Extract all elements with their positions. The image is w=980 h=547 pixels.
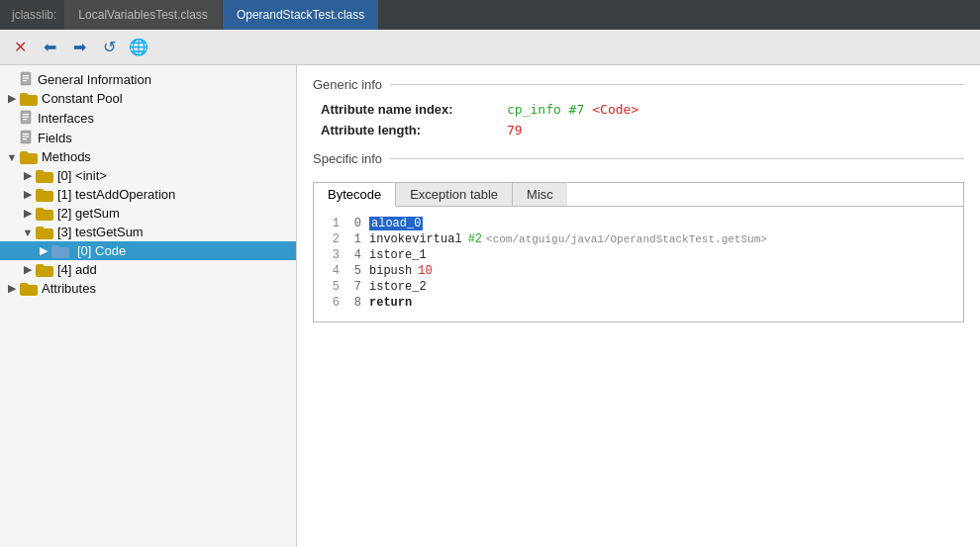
svg-rect-11 <box>23 138 27 139</box>
folder-icon-methods-1 <box>36 188 53 202</box>
bc-op-istore1: istore_1 <box>369 248 427 262</box>
svg-rect-10 <box>23 137 29 137</box>
general-info-label: General Information <box>38 72 151 87</box>
interfaces-label: Interfaces <box>38 111 94 126</box>
folder-icon-attributes <box>20 282 38 296</box>
sidebar-item-interfaces[interactable]: Interfaces <box>0 108 296 128</box>
bc-op-return: return <box>369 296 412 310</box>
svg-rect-6 <box>23 117 29 118</box>
bc-line-2: 2 <box>322 232 340 246</box>
bytecode-row-2: 3 4 istore_1 <box>322 248 955 262</box>
expand-icon-constant-pool: ▶ <box>4 92 20 105</box>
svg-rect-3 <box>23 80 27 81</box>
sidebar-item-methods-4[interactable]: ▶ [4] add <box>0 260 296 279</box>
svg-rect-1 <box>23 75 29 76</box>
folder-icon-methods-2 <box>36 207 53 221</box>
expand-icon-methods: ▼ <box>4 151 20 163</box>
attribute-name-index-value-red: <Code> <box>592 102 638 117</box>
bc-offset-0: 0 <box>345 217 361 230</box>
sidebar-item-methods-3[interactable]: ▼ [3] testGetSum <box>0 223 296 241</box>
methods-0-label: [0] <init> <box>57 168 107 183</box>
expand-icon-methods-0: ▶ <box>20 169 36 182</box>
bc-arg-invokevirtual-ref: #2 <box>468 232 482 246</box>
bc-op-aload0: aload_0 <box>369 217 423 230</box>
bytecode-row-3: 4 5 bipush 10 <box>322 264 955 278</box>
globe-button[interactable]: 🌐 <box>127 36 150 59</box>
bc-line-3: 3 <box>322 248 340 262</box>
attribute-length-row: Attribute length: 79 <box>313 123 964 137</box>
bc-offset-8: 8 <box>345 296 361 310</box>
tab-operand[interactable]: OperandStackTest.class <box>223 0 379 30</box>
bc-line-4: 4 <box>322 264 340 278</box>
bc-offset-1: 1 <box>345 232 361 246</box>
tab-bytecode[interactable]: Bytecode <box>314 183 396 207</box>
attribute-length-label: Attribute length: <box>321 123 499 137</box>
specific-info-title: Specific info <box>313 151 382 166</box>
app-label: jclasslib: <box>4 8 64 22</box>
file-icon-interfaces <box>20 110 34 126</box>
sidebar-item-methods-0[interactable]: ▶ [0] <init> <box>0 166 296 185</box>
folder-icon-methods-0 <box>36 169 53 183</box>
methods-4-label: [4] add <box>57 262 97 277</box>
sidebar: General Information ▶ Constant Pool Inte… <box>0 65 297 547</box>
sidebar-item-methods-1[interactable]: ▶ [1] testAddOperation <box>0 185 296 204</box>
sidebar-item-fields[interactable]: Fields <box>0 128 296 147</box>
generic-info-divider <box>390 84 964 85</box>
bc-comment-invokevirtual: <com/atguigu/java1/OperandStackTest.getS… <box>486 233 767 245</box>
sidebar-item-general-info[interactable]: General Information <box>0 69 296 89</box>
bc-line-6: 6 <box>322 296 340 310</box>
folder-icon-constant-pool <box>20 92 38 106</box>
tab-exception-table[interactable]: Exception table <box>396 183 513 206</box>
attribute-name-index-row: Attribute name index: cp_info #7 <Code> <box>313 102 964 117</box>
bc-offset-7: 7 <box>345 280 361 294</box>
back-button[interactable]: ⬅ <box>38 36 61 59</box>
attribute-name-index-value-green: cp_info #7 <box>507 102 584 117</box>
svg-rect-7 <box>23 119 27 120</box>
methods-label: Methods <box>42 149 91 164</box>
fields-label: Fields <box>38 131 72 145</box>
tab-local[interactable]: LocalVariablesTest.class <box>64 0 223 30</box>
svg-rect-9 <box>23 134 29 135</box>
main-layout: General Information ▶ Constant Pool Inte… <box>0 65 980 547</box>
expand-icon-methods-3: ▼ <box>20 227 36 238</box>
attributes-label: Attributes <box>42 281 96 296</box>
sidebar-item-methods[interactable]: ▼ Methods <box>0 147 296 166</box>
expand-icon-methods-1: ▶ <box>20 188 36 201</box>
forward-button[interactable]: ➡ <box>67 36 91 59</box>
bc-op-invokevirtual: invokevirtual <box>369 232 462 246</box>
sidebar-item-methods-2[interactable]: ▶ [2] getSum <box>0 204 296 223</box>
bc-line-5: 5 <box>322 280 340 294</box>
refresh-button[interactable]: ↺ <box>97 36 121 59</box>
tab-misc[interactable]: Misc <box>513 183 567 206</box>
methods-3-0-label: [0] Code <box>73 243 130 258</box>
bytecode-panel: 1 0 aload_0 2 1 invokevirtual #2 <com/at… <box>313 206 964 322</box>
bc-op-istore2: istore_2 <box>369 280 427 294</box>
expand-icon-methods-4: ▶ <box>20 263 36 276</box>
folder-icon-methods-4 <box>36 263 53 277</box>
specific-info-divider <box>390 158 964 159</box>
bc-line-1: 1 <box>322 217 340 230</box>
generic-info-section-header: Generic info <box>313 77 964 92</box>
generic-info-title: Generic info <box>313 77 382 92</box>
bytecode-row-5: 6 8 return <box>322 296 955 310</box>
close-button[interactable]: ✕ <box>8 36 32 59</box>
folder-icon-methods-3-0 <box>51 244 69 258</box>
svg-rect-2 <box>23 78 29 79</box>
bytecode-row-1: 2 1 invokevirtual #2 <com/atguigu/java1/… <box>322 232 955 246</box>
expand-icon-methods-2: ▶ <box>20 207 36 220</box>
expand-icon-methods-3-0: ▶ <box>36 244 51 257</box>
bc-offset-5: 5 <box>345 264 361 278</box>
folder-icon-methods-3 <box>36 226 53 239</box>
bc-offset-4: 4 <box>345 248 361 262</box>
sidebar-item-attributes[interactable]: ▶ Attributes <box>0 279 296 298</box>
content-tabs: Bytecode Exception table Misc <box>313 182 964 206</box>
attribute-name-index-label: Attribute name index: <box>321 102 499 117</box>
specific-info-section-header: Specific info <box>313 151 964 166</box>
bc-arg-bipush-10: 10 <box>418 264 432 278</box>
sidebar-item-methods-3-0[interactable]: ▶ [0] Code <box>0 241 296 260</box>
tab-bar: jclasslib: LocalVariablesTest.class Oper… <box>0 0 980 30</box>
sidebar-item-constant-pool[interactable]: ▶ Constant Pool <box>0 89 296 108</box>
attribute-length-value: 79 <box>507 123 523 137</box>
bytecode-row-4: 5 7 istore_2 <box>322 280 955 294</box>
methods-2-label: [2] getSum <box>57 206 120 221</box>
